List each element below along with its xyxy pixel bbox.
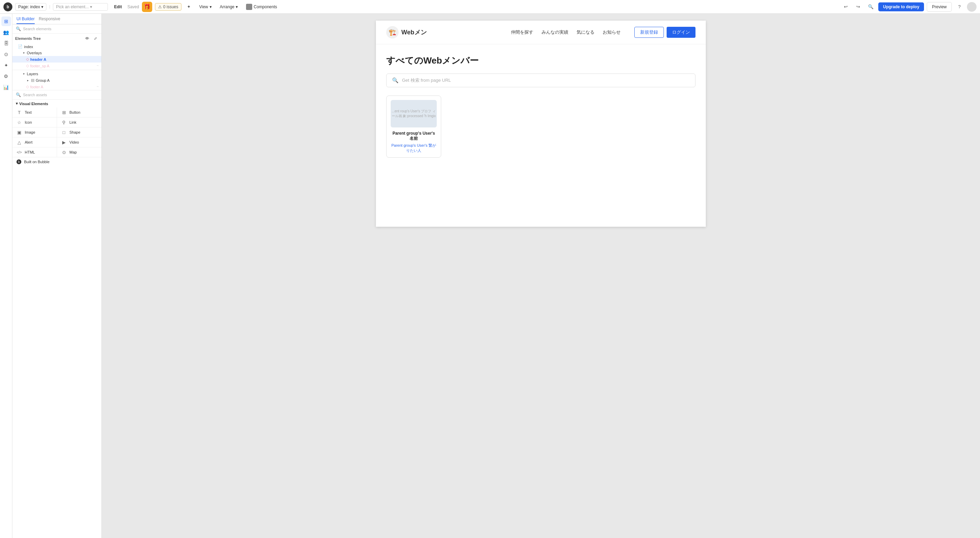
topbar: b Page: index | Pick an element... Edit … — [0, 0, 980, 14]
tree-item-footer-sp-a[interactable]: ◇ footer_sp A ~ — [13, 62, 101, 69]
app-logo: b — [3, 2, 13, 11]
ve-label-image: Image — [25, 130, 35, 134]
visual-elements-grid: T Text ⊞ Button ☆ Icon ⚲ Link ▣ Image — [13, 108, 101, 166]
avatar[interactable] — [967, 2, 977, 12]
nav-item-0[interactable]: 仲間を探す — [511, 29, 533, 35]
preview-button[interactable]: Preview — [927, 2, 952, 12]
arrange-chevron-icon — [236, 5, 238, 9]
tree-item-group-a[interactable]: ▸ ▤ Group A — [13, 77, 101, 83]
hidden-icon-2: ~ — [97, 85, 99, 89]
ve-item-html[interactable]: </> HTML — [13, 147, 57, 157]
search-button[interactable]: 🔍 — [866, 2, 875, 12]
sidebar-settings-icon[interactable]: ⚙ — [2, 72, 11, 81]
saved-label: Saved — [127, 5, 139, 9]
ve-item-image[interactable]: ▣ Image — [13, 127, 57, 137]
components-button[interactable]: Components — [243, 3, 280, 11]
sidebar-ui-builder-icon[interactable]: ⊞ — [2, 16, 11, 26]
page-icon: 📄 — [18, 44, 23, 49]
arrange-button[interactable]: Arrange — [217, 3, 241, 10]
tab-responsive[interactable]: Responsive — [39, 16, 60, 24]
link-icon: ⚲ — [61, 119, 67, 125]
sidebar-data-icon[interactable]: 🗄 — [2, 38, 11, 48]
site-logo-img: 🏗️ — [386, 26, 399, 38]
video-icon: ▶ — [61, 140, 67, 145]
member-card-name: Parent group's User's 名前 — [391, 131, 437, 142]
page-title: すべてのWebメンバー — [386, 55, 695, 67]
ve-label-html: HTML — [25, 150, 35, 154]
login-button[interactable]: ログイン — [667, 27, 695, 38]
ve-item-map[interactable]: ⊙ Map — [57, 147, 101, 157]
shape-icon: □ — [61, 129, 67, 135]
ve-item-alert[interactable]: △ Alert — [13, 137, 57, 147]
ve-label-shape: Shape — [69, 130, 80, 134]
help-button[interactable]: ? — [955, 2, 964, 12]
tree-item-overlays[interactable]: ▾ Overlays — [13, 50, 101, 56]
elements-tree-header: Elements Tree 👁 ⤢ — [13, 33, 101, 43]
search-elements-input[interactable] — [23, 27, 98, 31]
sidebar-styles-icon[interactable]: ✦ — [2, 60, 11, 70]
undo-button[interactable]: ↩ — [841, 2, 851, 12]
site-search-text: Get 検索 from page URL — [402, 77, 451, 83]
assets-search-icon: 🔍 — [16, 92, 21, 97]
issues-button[interactable]: ⚠ 0 issues — [155, 3, 181, 11]
ve-item-button[interactable]: ⊞ Button — [57, 108, 101, 117]
view-button[interactable]: View — [197, 3, 215, 10]
expand-icon[interactable]: ⤢ — [92, 35, 99, 42]
tree-label-group-a: Group A — [36, 78, 99, 83]
toggle-overlays-icon: ▾ — [22, 51, 25, 55]
sidebar-users-icon[interactable]: 👥 — [2, 27, 11, 37]
page-label: Page: index — [18, 5, 40, 9]
page-preview: 🏗️ Webメン 仲間を探す みんなの実績 気になる お知らせ 新規登録 ログイ… — [376, 21, 706, 227]
view-label: View — [199, 5, 208, 9]
tab-ui-builder[interactable]: UI Builder — [16, 16, 35, 24]
html-icon: </> — [16, 150, 22, 155]
page-selector[interactable]: Page: index — [15, 3, 46, 11]
pick-chevron-icon — [90, 5, 92, 9]
ve-label-text: Text — [25, 110, 32, 115]
ve-item-link[interactable]: ⚲ Link — [57, 118, 101, 127]
tree-item-header-a[interactable]: ◇ header A — [13, 56, 101, 62]
tree-item-footer-a[interactable]: ◇ footer A ~ — [13, 83, 101, 90]
tree-label-index: index — [24, 45, 99, 49]
eye-icon[interactable]: 👁 — [83, 35, 91, 42]
cube-icon — [246, 4, 252, 10]
redo-button[interactable]: ↪ — [854, 2, 863, 12]
visual-elements-header[interactable]: ▾ Visual Elements — [13, 100, 101, 108]
sidebar-analytics-icon[interactable]: 📊 — [2, 83, 11, 92]
icon-icon: ☆ — [16, 119, 22, 125]
ve-item-video[interactable]: ▶ Video — [57, 137, 101, 147]
separator: | — [49, 5, 50, 9]
nav-item-2[interactable]: 気になる — [577, 29, 595, 35]
member-card-link[interactable]: Parent group's User's 繋がりたい人 — [391, 143, 437, 153]
tree-label-header-a: header A — [30, 57, 99, 62]
tree-item-layers[interactable]: ▾ Layers — [13, 71, 101, 77]
ve-label-button: Button — [69, 110, 80, 115]
site-search-bar[interactable]: 🔍 Get 検索 from page URL — [386, 73, 695, 87]
site-header-buttons: 新規登録 ログイン — [634, 27, 695, 38]
register-button[interactable]: 新規登録 — [634, 27, 664, 38]
tree-item-index[interactable]: 📄 index — [13, 43, 101, 50]
nav-item-1[interactable]: みんなの実績 — [541, 29, 568, 35]
member-card[interactable]: ...ent roup's User's プロフ ィール画 象:processe… — [386, 96, 441, 158]
ve-item-built-on-bubble[interactable]: b Built on Bubble — [13, 158, 101, 166]
search-assets-container: 🔍 — [13, 90, 101, 100]
element-picker[interactable]: Pick an element... — [53, 3, 108, 11]
member-card-image: ...ent roup's User's プロフ ィール画 象:processe… — [391, 100, 437, 127]
gift-button[interactable]: 🎁 — [142, 2, 152, 12]
ve-item-icon[interactable]: ☆ Icon — [13, 118, 57, 127]
pointer-tool-button[interactable]: ✦ — [184, 2, 194, 12]
tree-label-footer-a: footer A — [30, 85, 97, 89]
ve-label-video: Video — [69, 140, 79, 144]
sidebar-plugins-icon[interactable]: ⊙ — [2, 49, 11, 59]
upgrade-button[interactable]: Upgrade to deploy — [878, 2, 924, 11]
ve-toggle-icon: ▾ — [16, 101, 18, 106]
nav-item-3[interactable]: お知らせ — [603, 29, 620, 35]
search-assets-input[interactable] — [23, 93, 98, 97]
components-label: Components — [254, 5, 277, 9]
ve-item-text[interactable]: T Text — [13, 108, 57, 117]
ve-item-shape[interactable]: □ Shape — [57, 127, 101, 137]
overlay-icon: ◇ — [26, 57, 29, 62]
hidden-icon: ~ — [97, 64, 99, 68]
elements-tree-section: Elements Tree 👁 ⤢ 📄 index ▾ Overlays ◇ h… — [13, 33, 101, 90]
main-layout: ⊞ 👥 🗄 ⊙ ✦ ⚙ 📊 UI Builder Responsive 🔍 El… — [0, 14, 980, 538]
